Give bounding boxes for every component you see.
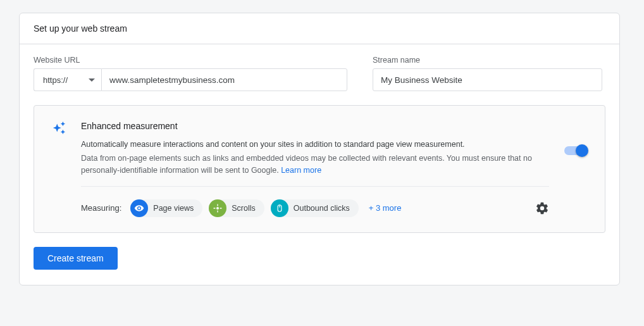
learn-more-link[interactable]: Learn more <box>281 166 321 175</box>
divider <box>81 186 549 187</box>
chip-label: Outbound clicks <box>294 204 350 213</box>
form-row: Website URL https:// Stream name <box>34 56 605 91</box>
website-url-group: Website URL https:// <box>34 56 347 91</box>
more-chips-link[interactable]: + 3 more <box>369 203 402 213</box>
protocol-select[interactable]: https:// <box>34 68 101 91</box>
sparkle-icon <box>52 121 81 137</box>
chip-label: Page views <box>153 204 194 213</box>
toggle-column <box>549 121 587 155</box>
enhanced-toggle[interactable] <box>564 146 587 155</box>
stream-name-group: Stream name <box>373 56 602 91</box>
website-url-input[interactable] <box>101 68 347 91</box>
chip-scrolls: Scrolls <box>209 199 264 217</box>
chevron-down-icon <box>89 78 95 82</box>
stream-name-label: Stream name <box>373 56 602 65</box>
web-stream-card: Set up your web stream Website URL https… <box>19 13 620 285</box>
enhanced-content: Enhanced measurement Automatically measu… <box>81 121 549 217</box>
measuring-label: Measuring: <box>81 203 121 213</box>
enhanced-title: Enhanced measurement <box>81 121 549 131</box>
url-input-row: https:// <box>34 68 347 91</box>
enhanced-measurement-card: Enhanced measurement Automatically measu… <box>34 105 605 233</box>
svg-point-0 <box>216 207 219 210</box>
chip-label: Scrolls <box>232 204 256 213</box>
toggle-knob <box>576 144 588 157</box>
eye-icon <box>130 199 148 217</box>
chip-outbound-clicks: Outbound clicks <box>271 199 359 217</box>
website-url-label: Website URL <box>34 56 347 65</box>
create-stream-button[interactable]: Create stream <box>34 247 118 270</box>
chip-page-views: Page views <box>130 199 202 217</box>
scroll-icon <box>209 199 226 217</box>
enhanced-description-line2: Data from on-page elements such as links… <box>81 153 536 177</box>
mouse-icon <box>271 199 288 217</box>
measuring-row: Measuring: Page views Scrolls <box>81 199 549 217</box>
card-title: Set up your web stream <box>20 13 619 44</box>
gear-icon[interactable] <box>535 201 549 215</box>
card-body: Website URL https:// Stream name <box>20 44 619 285</box>
enhanced-description-line1: Automatically measure interactions and c… <box>81 140 549 149</box>
stream-name-input[interactable] <box>373 68 602 91</box>
protocol-value: https:// <box>43 75 68 85</box>
